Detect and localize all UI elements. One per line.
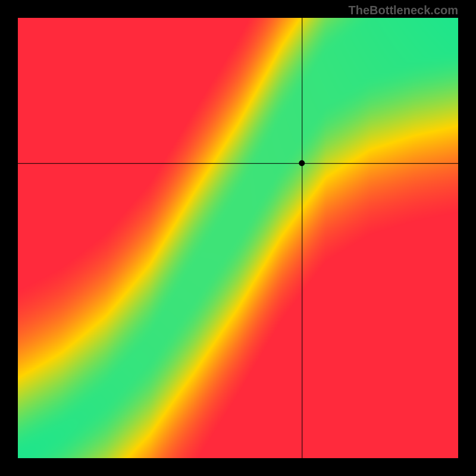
watermark-text: TheBottleneck.com xyxy=(349,4,458,17)
chart-container: TheBottleneck.com xyxy=(0,0,476,476)
heatmap-canvas xyxy=(18,18,458,458)
heatmap-plot xyxy=(18,18,458,458)
